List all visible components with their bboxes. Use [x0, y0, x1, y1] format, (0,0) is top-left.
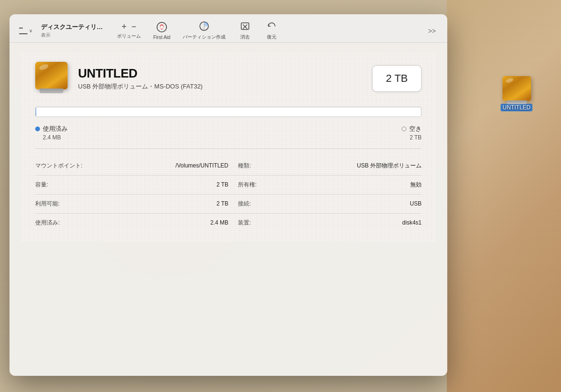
free-label-text: 空き [409, 125, 422, 133]
used-dot [35, 127, 40, 131]
used-label-row: 使用済み [35, 125, 68, 133]
used-value: 2.4 MB [43, 134, 68, 141]
drive-subtitle: USB 外部物理ボリューム・MS-DOS (FAT32) [78, 82, 363, 91]
ownership-row: 所有権: 無効 [228, 176, 422, 195]
window-title: ディスクユーティリ… [41, 23, 103, 31]
ownership-label: 所有権: [228, 181, 266, 189]
add-icon: + [121, 22, 127, 32]
svg-rect-2 [160, 26, 163, 28]
desktop-drive-shape [502, 76, 531, 101]
capacity-label: 容量: [35, 181, 78, 189]
partition-label: パーティション作成 [183, 34, 226, 40]
free-dot [402, 127, 406, 131]
erase-label: 消去 [240, 34, 250, 40]
partition-button[interactable]: パーティション作成 [178, 19, 230, 42]
mount-point-value: /Volumes/UNTITLED [82, 162, 228, 169]
ownership-value: 無効 [266, 181, 422, 189]
used-label-text: 使用済み [43, 125, 68, 133]
desktop-icon-label: UNTITLED [501, 104, 532, 111]
window-content: UNTITLED USB 外部物理ボリューム・MS-DOS (FAT32) 2 … [10, 43, 447, 376]
icon-shine [505, 78, 514, 84]
connection-row: 接続: USB [228, 195, 422, 214]
type-label: 種類: [228, 162, 266, 170]
available-row: 利用可能: 2 TB [35, 195, 228, 214]
first-aid-label: First Aid [153, 35, 170, 40]
drive-header: UNTITLED USB 外部物理ボリューム・MS-DOS (FAT32) 2 … [35, 62, 422, 95]
storage-used-section: 使用済み 2.4 MB [35, 125, 68, 141]
info-grid: マウントポイント: /Volumes/UNTITLED 容量: 2 TB 利用可… [35, 157, 422, 232]
disk-utility-window: ∨ ディスクユーティリ… 表示 + − ボリューム [10, 14, 447, 376]
connection-value: USB [266, 200, 422, 207]
free-value: 2 TB [410, 134, 422, 141]
capacity-row: 容量: 2 TB [35, 176, 228, 195]
background-right [447, 0, 561, 392]
first-aid-button[interactable]: First Aid [148, 20, 175, 42]
remove-icon: − [131, 22, 137, 32]
sidebar-toggle-icon [19, 28, 28, 34]
sidebar-toggle-button[interactable]: ∨ [17, 26, 34, 36]
progress-bar-container [35, 107, 422, 117]
restore-icon [266, 21, 277, 33]
drive-name: UNTITLED [78, 66, 363, 81]
window-title-group: ディスクユーティリ… 表示 [38, 23, 103, 39]
first-aid-icon [157, 22, 167, 34]
drive-icon-shine [39, 63, 49, 71]
more-button[interactable]: >> [424, 25, 440, 37]
used-info-label: 使用済み: [35, 219, 78, 227]
type-value: USB 外部物理ボリューム [266, 162, 422, 170]
title-bar: ∨ ディスクユーティリ… 表示 + − ボリューム [10, 14, 447, 43]
content-area: UNTITLED USB 外部物理ボリューム・MS-DOS (FAT32) 2 … [21, 52, 436, 242]
progress-bar-fill [36, 107, 36, 117]
used-row: 使用済み: 2.4 MB [35, 214, 228, 232]
info-col-left: マウントポイント: /Volumes/UNTITLED 容量: 2 TB 利用可… [35, 157, 228, 232]
desktop-drive-icon[interactable]: UNTITLED [501, 76, 532, 111]
type-row: 種類: USB 外部物理ボリューム [228, 157, 422, 176]
chevron-down-icon: ∨ [29, 28, 32, 33]
mount-point-label: マウントポイント: [35, 162, 82, 170]
erase-icon [240, 21, 250, 33]
partition-icon [199, 21, 209, 33]
mount-point-row: マウントポイント: /Volumes/UNTITLED [35, 157, 228, 176]
progress-section [35, 107, 422, 117]
drive-info: UNTITLED USB 外部物理ボリューム・MS-DOS (FAT32) [78, 66, 363, 91]
add-remove-button-group[interactable]: + − ボリューム [112, 20, 146, 41]
used-info-value: 2.4 MB [78, 219, 228, 226]
restore-button[interactable]: 復元 [260, 19, 284, 42]
storage-free-section: 空き 2 TB [402, 125, 422, 141]
device-value: disk4s1 [266, 219, 422, 226]
free-label-row: 空き [402, 125, 422, 133]
storage-labels: 使用済み 2.4 MB 空き 2 TB [35, 125, 422, 141]
title-left: ∨ ディスクユーティリ… 表示 [17, 23, 103, 39]
drive-icon-shape [35, 62, 68, 89]
device-row: 装置: disk4s1 [228, 214, 422, 232]
drive-size-badge: 2 TB [372, 65, 422, 92]
info-col-right: 種類: USB 外部物理ボリューム 所有権: 無効 接続: USB 装置: di… [228, 157, 422, 232]
drive-icon [35, 62, 69, 95]
available-value: 2 TB [78, 200, 228, 207]
erase-button[interactable]: 消去 [233, 19, 257, 42]
available-label: 利用可能: [35, 200, 78, 208]
restore-label: 復元 [267, 34, 276, 40]
volume-label: ボリューム [117, 33, 141, 39]
toolbar: + − ボリューム First Aid [112, 19, 284, 42]
window-subtitle: 表示 [41, 32, 103, 39]
device-label: 装置: [228, 219, 266, 227]
section-divider [35, 148, 422, 149]
capacity-value: 2 TB [78, 181, 228, 188]
connection-label: 接続: [228, 200, 266, 208]
